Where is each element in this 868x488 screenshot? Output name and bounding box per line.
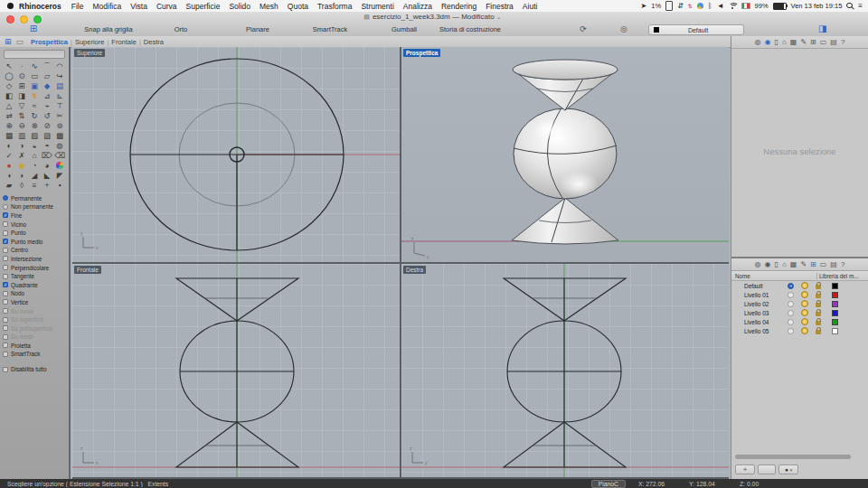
layer-visibility-bulb-icon[interactable] [801,282,808,289]
tool-icon-42[interactable]: ◒ [28,141,41,151]
osnap-centro[interactable]: Centro [3,246,67,255]
smarttrack-toggle[interactable]: SmartTrack [313,25,347,33]
osnap-su-polisuperficie[interactable]: Su polisuperficie [3,324,67,333]
menu-vista[interactable]: Vista [126,2,152,11]
tool-icon-44[interactable]: ◍ [53,141,66,151]
grid-icon[interactable]: ▦ [790,259,797,269]
viewport-prospettica[interactable]: Prospettica [401,47,729,262]
tool-icon-41[interactable]: ◑ [15,141,28,151]
osnap-punto-medio[interactable]: ✓Punto medio [3,237,67,246]
tool-icon-62[interactable]: ≡ [28,181,41,191]
notification-center-icon[interactable]: ≡ [858,2,863,10]
tool-icon-24[interactable]: ⊤ [53,101,66,111]
tool-icon-43[interactable]: ◓ [41,141,53,151]
osnap-quadrante[interactable]: ✓Quadrante [3,280,67,289]
checkbox-punto[interactable] [3,230,8,236]
grid-icon[interactable]: ▦ [790,37,797,47]
spotlight-search-icon[interactable] [846,3,854,10]
layers-material-column-header[interactable]: Libreria dei m... [816,273,868,279]
tool-icon-0[interactable]: ↖ [3,61,15,71]
tool-icon-22[interactable]: ≈ [28,101,41,111]
command-prompt[interactable]: Scegliere un'opzione ( Estensione Selezi… [7,481,591,487]
osnap-permanente[interactable]: Permanente [3,194,67,203]
viewport-label-frontale[interactable]: Frontale [74,266,101,274]
layer-color-swatch[interactable] [832,319,838,325]
tool-icon-59[interactable]: ◤ [53,171,66,181]
tool-icon-25[interactable]: ⇄ [3,111,15,121]
layers-icon[interactable]: ⊞ [810,259,816,269]
layer-row-livello-02[interactable]: Livello 02 [731,299,868,308]
tool-icon-31[interactable]: ⊖ [15,121,28,131]
layer-lock-icon[interactable] [816,285,821,289]
layer-color-swatch[interactable] [832,328,838,334]
tool-icon-20[interactable]: △ [3,101,15,111]
bandwidth-icon[interactable]: ⇅ [688,4,693,9]
tool-icon-47[interactable]: ⌂ [28,151,41,161]
tool-icon-12[interactable]: ▣ [28,81,41,91]
delete-layer-button[interactable] [758,465,776,474]
rect-icon[interactable]: ▭ [820,259,827,269]
current-layer-dropdown[interactable]: Default [648,24,744,35]
tool-icon-33[interactable]: ⊘ [41,121,53,131]
layer-lock-icon[interactable] [816,330,821,334]
tool-icon-18[interactable]: ⊿ [41,91,53,101]
help-icon[interactable]: ? [841,259,844,269]
tool-icon-17[interactable]: ↯ [28,91,41,101]
layer-current-radio[interactable] [788,328,794,334]
layer-current-radio[interactable] [788,319,794,325]
checkbox-su-mesh[interactable] [3,334,8,340]
checkbox-su-superficie[interactable] [3,317,8,323]
layer-color-swatch[interactable] [832,310,838,316]
layers-name-column-header[interactable]: Nome [731,273,816,279]
layer-current-radio[interactable] [788,292,794,298]
tool-icon-13[interactable]: ◆ [41,81,53,91]
display-icon[interactable]: ▤ [830,259,837,269]
checkbox-punto-medio[interactable]: ✓ [3,239,8,244]
layer-current-radio[interactable] [788,310,794,316]
osnap-nodo[interactable]: Nodo [3,289,67,298]
checkbox-vicino[interactable] [3,221,8,227]
menu-strumenti[interactable]: Strumenti [356,2,398,11]
layer-row-livello-04[interactable]: Livello 04 [731,317,868,326]
checkbox-su-curva[interactable] [3,308,8,314]
help-icon[interactable]: ? [841,37,844,47]
tool-icon-6[interactable]: ⊙ [15,71,28,81]
volume-icon[interactable]: ◄ [717,2,724,10]
properties-ball-icon[interactable]: ◉ [765,259,771,269]
four-viewports-icon[interactable]: ⊞ [5,37,12,46]
radio-permanente[interactable] [3,195,8,201]
layer-current-radio[interactable] [788,301,794,307]
tool-icon-27[interactable]: ↻ [28,111,41,121]
checkbox-disabilita-tutto[interactable] [3,367,8,372]
tool-icon-8[interactable]: ▱ [41,71,53,81]
tool-icon-28[interactable]: ↺ [41,111,53,121]
redo-circle-icon[interactable]: ⟳ [580,24,587,33]
tool-icon-55[interactable]: ◖ [3,171,15,181]
menu-file[interactable]: File [67,2,89,11]
layer-visibility-bulb-icon[interactable] [801,309,808,316]
cplane-dropdown[interactable]: PianoC [591,480,626,488]
tab-frontale[interactable]: Frontale [108,38,139,46]
layer-color-swatch[interactable] [832,301,838,307]
layer-current-radio[interactable] [788,283,794,289]
location-icon[interactable]: ➤ [641,2,647,10]
tool-icon-60[interactable]: ▰ [3,181,15,191]
layers-horizontal-scrollbar[interactable] [735,455,851,459]
tab-destra[interactable]: Destra [141,38,166,46]
tool-icon-23[interactable]: ⌁ [41,101,53,111]
home-icon[interactable]: ⌂ [782,259,787,269]
tool-icon-14[interactable]: ▤ [53,81,66,91]
tool-icon-35[interactable]: ▦ [3,131,15,141]
apple-menu-icon[interactable] [7,3,14,9]
add-layer-button[interactable]: + [735,465,755,474]
tool-icon-40[interactable]: ◐ [3,141,15,151]
tool-icon-29[interactable]: ✂ [53,111,66,121]
ortho-toggle[interactable]: Orto [175,25,188,33]
layer-color-swatch[interactable] [832,292,838,298]
tool-icon-53[interactable]: ◕ [41,161,53,171]
osnap-fine[interactable]: ✓Fine [3,211,67,221]
tool-icon-36[interactable]: ▥ [15,131,28,141]
display-icon[interactable]: ▤ [830,37,837,47]
tool-icon-46[interactable]: ✗ [15,151,28,161]
snap-toggle[interactable]: Snap alla griglia [84,25,132,33]
